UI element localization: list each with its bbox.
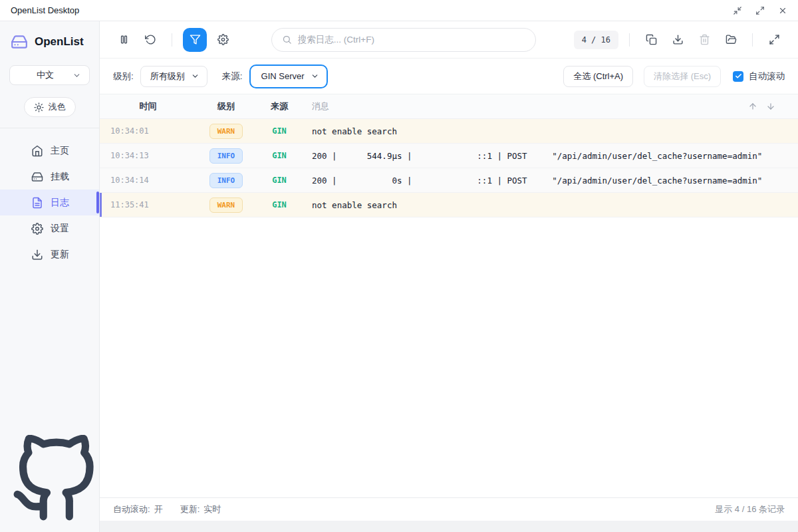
sidebar-item-update[interactable]: 更新 [0, 241, 99, 267]
log-counter: 4 / 16 [574, 31, 618, 49]
fullscreen-button[interactable] [763, 29, 785, 51]
brand-logo-icon [11, 33, 28, 51]
file-text-icon [31, 197, 43, 209]
header-level: 级别 [196, 100, 256, 112]
window-maximize-icon[interactable] [755, 6, 765, 15]
source-filter-select[interactable]: GIN Server [249, 65, 328, 88]
window-controls [733, 6, 787, 15]
search-icon [282, 35, 292, 45]
log-source: GIN [256, 176, 303, 185]
titlebar: OpenList Desktop [0, 0, 798, 21]
theme-toggle-button[interactable]: 浅色 [24, 97, 76, 117]
sort-asc-icon[interactable] [748, 102, 757, 111]
log-toolbar: 4 / 16 [100, 21, 798, 59]
folder-open-icon [726, 34, 737, 45]
brand-name: OpenList [35, 35, 84, 49]
filter-button[interactable] [183, 28, 207, 52]
sidebar-divider [0, 128, 99, 128]
source-filter-label: 来源: [222, 70, 243, 82]
app-window: OpenList Desktop OpenList 中文 浅色 主页 [0, 0, 798, 532]
sort-desc-icon[interactable] [766, 102, 775, 111]
log-message: 200 | 544.9µs | ::1 | POST "/api/admin/u… [303, 151, 798, 161]
log-level-badge: INFO [209, 148, 243, 164]
log-time: 10:34:14 [100, 176, 196, 185]
home-icon [31, 145, 43, 157]
sidebar-item-mount[interactable]: 挂载 [0, 164, 99, 190]
drive-icon [31, 171, 43, 183]
header-source: 来源 [256, 100, 303, 112]
expand-icon [769, 34, 780, 45]
filter-bar: 级别: 所有级别 来源: GIN Server 全选 (Ctrl+A) 清除选择… [100, 59, 798, 94]
status-record-count: 显示 4 / 16 条记录 [715, 503, 785, 515]
sidebar-item-logs[interactable]: 日志 [0, 190, 99, 215]
download-icon [31, 249, 43, 261]
refresh-button[interactable] [140, 29, 161, 51]
log-row[interactable]: 10:34:13 INFO GIN 200 | 544.9µs | ::1 | … [100, 144, 798, 168]
search-input[interactable] [298, 35, 525, 45]
select-all-button[interactable]: 全选 (Ctrl+A) [563, 66, 633, 87]
clear-selection-button[interactable]: 清除选择 (Esc) [644, 66, 721, 87]
log-row[interactable]: 11:35:41 WARN GIN not enable search [100, 193, 798, 217]
log-row[interactable]: 10:34:01 WARN GIN not enable search [100, 119, 798, 144]
download-icon [672, 34, 684, 45]
log-time: 11:35:41 [100, 200, 196, 209]
log-time: 10:34:13 [100, 151, 196, 160]
autoscroll-checkbox[interactable] [733, 71, 743, 82]
log-level-badge: INFO [209, 173, 243, 188]
window-title: OpenList Desktop [11, 5, 79, 15]
log-time: 10:34:01 [100, 126, 196, 136]
language-value: 中文 [18, 69, 72, 81]
sidebar-item-settings[interactable]: 设置 [0, 215, 99, 241]
status-autoscroll: 自动滚动:开 [113, 503, 163, 515]
log-settings-button[interactable] [212, 29, 233, 51]
copy-icon [646, 34, 657, 45]
language-select[interactable]: 中文 [9, 65, 90, 85]
sidebar-item-home[interactable]: 主页 [0, 138, 99, 164]
status-update: 更新:实时 [180, 503, 221, 515]
log-table: 时间 级别 来源 消息 10:34:01 WARN GIN not enable… [100, 94, 798, 497]
gear-icon [31, 223, 43, 235]
toolbar-divider [752, 33, 753, 47]
chevron-down-icon [191, 72, 200, 80]
copy-button[interactable] [640, 29, 662, 51]
log-level-badge: WARN [209, 198, 243, 213]
sidebar-footer [0, 435, 99, 532]
sidebar: OpenList 中文 浅色 主页 挂载 日志 设置 更新 [0, 21, 100, 532]
trash-icon [699, 34, 710, 45]
header-time: 时间 [100, 100, 196, 112]
window-minimize-icon[interactable] [733, 6, 742, 15]
log-level-badge: WARN [209, 124, 243, 139]
sidebar-nav: 主页 挂载 日志 设置 更新 [0, 138, 99, 267]
funnel-icon [190, 34, 201, 45]
chevron-down-icon [72, 71, 81, 80]
level-filter-select[interactable]: 所有级别 [140, 66, 207, 87]
header-message: 消息 [303, 100, 748, 112]
status-bar: 自动滚动:开 更新:实时 显示 4 / 16 条记录 [100, 497, 798, 521]
github-icon[interactable] [10, 435, 99, 524]
level-filter-value: 所有级别 [150, 70, 185, 82]
window-close-icon[interactable] [778, 6, 787, 15]
main-panel: 4 / 16 [100, 21, 798, 532]
source-filter-value: GIN Server [261, 71, 305, 81]
brand: OpenList [0, 21, 99, 55]
log-message: not enable search [303, 126, 798, 136]
search-box [271, 28, 536, 52]
check-icon [735, 72, 742, 80]
sort-controls [748, 102, 798, 111]
delete-button[interactable] [694, 29, 715, 51]
pause-button[interactable] [113, 29, 134, 51]
export-button[interactable] [667, 29, 688, 51]
log-source: GIN [256, 151, 303, 160]
log-rows: 10:34:01 WARN GIN not enable search 10:3… [100, 119, 798, 497]
autoscroll-checkbox-wrap[interactable]: 自动滚动 [733, 70, 785, 82]
log-row[interactable]: 10:34:14 INFO GIN 200 | 0s | ::1 | POST … [100, 168, 798, 193]
open-folder-button[interactable] [720, 29, 741, 51]
log-message: not enable search [303, 200, 798, 210]
toolbar-divider [629, 33, 630, 47]
chevron-down-icon [311, 72, 319, 80]
log-source: GIN [256, 126, 303, 136]
bottom-strip [100, 521, 798, 532]
log-message: 200 | 0s | ::1 | POST "/api/admin/user/d… [303, 176, 798, 186]
table-header: 时间 级别 来源 消息 [100, 94, 798, 119]
log-source: GIN [256, 200, 303, 209]
